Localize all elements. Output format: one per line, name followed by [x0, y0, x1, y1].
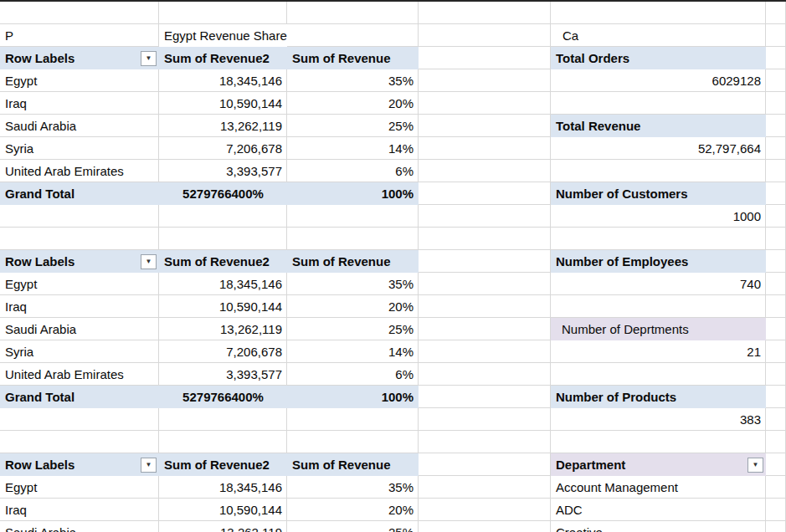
- grid-cell[interactable]: [419, 340, 551, 363]
- grid-cell[interactable]: [419, 453, 551, 476]
- grid-cell[interactable]: [766, 408, 786, 431]
- pivot1-grand-total-share[interactable]: 100%: [287, 182, 419, 205]
- grid-cell[interactable]: [159, 431, 287, 453]
- grid-cell[interactable]: [419, 431, 551, 453]
- grid-cell[interactable]: [766, 228, 786, 250]
- pivot3-egypt-revenue2[interactable]: 18,345,146: [159, 476, 287, 499]
- grid-cell[interactable]: [419, 182, 551, 205]
- grid-cell[interactable]: [766, 476, 786, 499]
- stat-number-of-products-label[interactable]: Number of Products: [551, 386, 766, 408]
- grid-cell[interactable]: [159, 205, 287, 228]
- grid-cell[interactable]: [766, 295, 786, 318]
- stat-number-of-employees-label[interactable]: Number of Employees: [551, 250, 766, 273]
- stat-total-revenue-value[interactable]: 52,797,664: [551, 137, 766, 160]
- pivot2-sum-of-revenue-header[interactable]: Sum of Revenue: [287, 250, 419, 273]
- pivot3-row-egypt[interactable]: Egypt: [0, 476, 159, 499]
- filter-dropdown-button[interactable]: ▼: [141, 254, 157, 269]
- pivot2-uae-share[interactable]: 6%: [287, 363, 419, 386]
- pivot1-sum-of-revenue2-header[interactable]: Sum of Revenue2: [159, 47, 287, 69]
- pivot2-row-uae[interactable]: United Arab Emirates: [0, 363, 159, 386]
- department-item-creative[interactable]: Creative: [551, 521, 766, 532]
- grid-cell[interactable]: [551, 92, 766, 115]
- pivot2-egypt-revenue2[interactable]: 18,345,146: [159, 273, 287, 295]
- pivot2-iraq-revenue2[interactable]: 10,590,144: [159, 295, 287, 318]
- grid-cell[interactable]: [419, 205, 551, 228]
- grid-cell[interactable]: [287, 228, 419, 250]
- filter-dropdown-button[interactable]: ▼: [141, 458, 157, 473]
- pivot1-row-labels-header[interactable]: Row Labels▼: [0, 47, 159, 69]
- pivot3-sum-of-revenue-header[interactable]: Sum of Revenue: [287, 453, 419, 476]
- pivot1-grand-total-revenue2[interactable]: 5279766400%: [159, 182, 287, 205]
- pivot2-saudi-revenue2[interactable]: 13,262,119: [159, 318, 287, 340]
- pivot1-saudi-share[interactable]: 25%: [287, 115, 419, 137]
- grid-cell[interactable]: [551, 160, 766, 182]
- grid-cell[interactable]: [766, 273, 786, 295]
- pivot1-row-saudi-arabia[interactable]: Saudi Arabia: [0, 115, 159, 137]
- grid-cell[interactable]: [419, 2, 551, 24]
- stat-total-orders-value[interactable]: 6029128: [551, 69, 766, 92]
- grid-cell[interactable]: [766, 386, 786, 408]
- grid-cell[interactable]: [766, 2, 786, 24]
- pivot2-row-labels-header[interactable]: Row Labels▼: [0, 250, 159, 273]
- pivot1-row-uae[interactable]: United Arab Emirates: [0, 160, 159, 182]
- pivot2-row-egypt[interactable]: Egypt: [0, 273, 159, 295]
- pivot3-saudi-share[interactable]: 25%: [287, 521, 419, 532]
- stat-number-of-products-value[interactable]: 383: [551, 408, 766, 431]
- pivot1-syria-share[interactable]: 14%: [287, 137, 419, 160]
- pivot2-iraq-share[interactable]: 20%: [287, 295, 419, 318]
- pivot3-saudi-revenue2[interactable]: 13,262,119: [159, 521, 287, 532]
- grid-cell[interactable]: [419, 160, 551, 182]
- grid-cell[interactable]: [551, 2, 766, 24]
- grid-cell[interactable]: [766, 431, 786, 453]
- grid-cell[interactable]: [419, 295, 551, 318]
- grid-cell[interactable]: [766, 521, 786, 532]
- grid-cell[interactable]: [419, 476, 551, 499]
- grid-cell[interactable]: [766, 453, 786, 476]
- cell-a2[interactable]: P: [0, 24, 159, 47]
- pivot2-sum-of-revenue2-header[interactable]: Sum of Revenue2: [159, 250, 287, 273]
- pivot2-grand-total-label[interactable]: Grand Total: [0, 386, 159, 408]
- pivot3-sum-of-revenue2-header[interactable]: Sum of Revenue2: [159, 453, 287, 476]
- pivot2-grand-total-share[interactable]: 100%: [287, 386, 419, 408]
- pivot2-row-iraq[interactable]: Iraq: [0, 295, 159, 318]
- pivot2-saudi-share[interactable]: 25%: [287, 318, 419, 340]
- grid-cell[interactable]: [766, 499, 786, 521]
- pivot3-row-labels-header[interactable]: Row Labels▼: [0, 453, 159, 476]
- grid-cell[interactable]: [419, 363, 551, 386]
- grid-cell[interactable]: [419, 318, 551, 340]
- pivot2-uae-revenue2[interactable]: 3,393,577: [159, 363, 287, 386]
- grid-cell[interactable]: [419, 115, 551, 137]
- grid-cell[interactable]: [419, 47, 551, 69]
- pivot1-sum-of-revenue-header[interactable]: Sum of Revenue: [287, 47, 419, 69]
- grid-cell[interactable]: [0, 228, 159, 250]
- stat-total-revenue-label[interactable]: Total Revenue: [551, 115, 766, 137]
- pivot1-egypt-share[interactable]: 35%: [287, 69, 419, 92]
- pivot3-egypt-share[interactable]: 35%: [287, 476, 419, 499]
- stat-number-of-customers-value[interactable]: 1000: [551, 205, 766, 228]
- grid-cell[interactable]: [551, 431, 766, 453]
- pivot1-grand-total-label[interactable]: Grand Total: [0, 182, 159, 205]
- pivot3-row-iraq[interactable]: Iraq: [0, 499, 159, 521]
- stat-number-of-departments-value[interactable]: 21: [551, 340, 766, 363]
- grid-cell[interactable]: [766, 24, 786, 47]
- grid-cell[interactable]: [287, 2, 419, 24]
- department-item-adc[interactable]: ADC: [551, 499, 766, 521]
- filter-dropdown-button[interactable]: ▼: [747, 458, 763, 473]
- grid-cell[interactable]: [551, 228, 766, 250]
- stat-number-of-departments-label[interactable]: Number of Deprtments: [551, 318, 766, 340]
- pivot2-syria-revenue2[interactable]: 7,206,678: [159, 340, 287, 363]
- grid-cell[interactable]: [766, 205, 786, 228]
- stat-number-of-employees-value[interactable]: 740: [551, 273, 766, 295]
- grid-cell[interactable]: [159, 2, 287, 24]
- grid-cell[interactable]: [287, 24, 419, 47]
- grid-cell[interactable]: [766, 137, 786, 160]
- grid-cell[interactable]: [419, 499, 551, 521]
- grid-cell[interactable]: [419, 137, 551, 160]
- grid-cell[interactable]: [551, 363, 766, 386]
- grid-cell[interactable]: [287, 431, 419, 453]
- pivot2-row-syria[interactable]: Syria: [0, 340, 159, 363]
- grid-cell[interactable]: [766, 69, 786, 92]
- pivot1-saudi-revenue2[interactable]: 13,262,119: [159, 115, 287, 137]
- pivot1-row-egypt[interactable]: Egypt: [0, 69, 159, 92]
- grid-cell[interactable]: [766, 92, 786, 115]
